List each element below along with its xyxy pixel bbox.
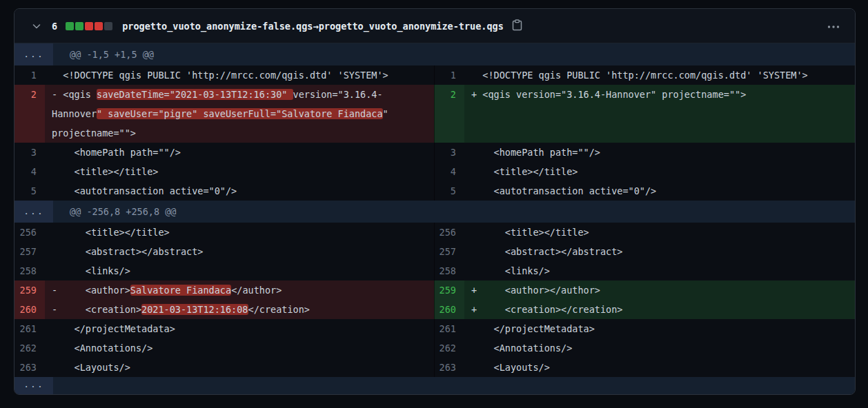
code-cell: - <qgis saveDateTime="2021-03-13T12:16:3… — [45, 85, 434, 143]
changed-word-highlight: " saveUser="pigre" saveUserFull="Salvato… — [97, 108, 383, 119]
line-number[interactable]: 259 — [14, 280, 45, 300]
code-cell: <title></title> — [464, 162, 856, 181]
line-number[interactable]: 263 — [434, 358, 464, 377]
diff-sign: + — [471, 89, 482, 100]
diff-body: ...@@ -1,5 +1,5 @@1 <!DOCTYPE qgis PUBLI… — [14, 43, 855, 394]
diff-sign — [471, 246, 482, 257]
diff-sign — [52, 323, 63, 334]
hunk-header-text: @@ -1,5 +1,5 @@ — [53, 43, 855, 65]
code-cell: <title></title> — [464, 223, 856, 242]
diff-sign: - — [52, 285, 63, 296]
code-cell: <links/> — [464, 261, 856, 280]
diff-sign — [52, 343, 63, 354]
diff-row: 1 <!DOCTYPE qgis PUBLIC 'http://mrcc.com… — [14, 65, 855, 85]
diff-sign — [471, 166, 482, 177]
line-number[interactable]: 258 — [14, 261, 45, 280]
line-number[interactable]: 261 — [14, 319, 45, 338]
line-number[interactable]: 256 — [434, 223, 464, 242]
line-number[interactable]: 1 — [434, 65, 464, 85]
diff-sign: - — [52, 89, 63, 100]
diffstat-block-add — [75, 22, 83, 30]
diff-row: 259- <author>Salvatore Fiandaca</author>… — [14, 280, 855, 300]
line-number[interactable]: 3 — [434, 143, 464, 162]
diff-sign — [471, 70, 482, 81]
line-number[interactable]: 258 — [434, 261, 464, 280]
code-cell: <autotransaction active="0"/> — [45, 181, 434, 201]
diff-sign — [471, 227, 482, 238]
clipboard-icon — [512, 19, 522, 33]
filename-old: progetto_vuoto_anonymize-false.qgs — [122, 21, 313, 32]
code-cell: <Annotations/> — [464, 338, 856, 358]
collapse-chevron-icon[interactable] — [31, 21, 42, 32]
diff-expander[interactable]: ... — [14, 201, 53, 223]
line-number[interactable]: 257 — [434, 242, 464, 261]
code-cell: + <creation></creation> — [464, 300, 856, 319]
line-number[interactable]: 4 — [434, 162, 464, 181]
code-cell: </projectMetadata> — [464, 319, 856, 338]
diff-sign — [52, 265, 63, 276]
expand-footer-row: ... — [14, 377, 855, 394]
line-number[interactable]: 257 — [14, 242, 45, 261]
code-cell: - <author>Salvatore Fiandaca</author> — [45, 280, 434, 300]
diff-sign — [471, 147, 482, 158]
line-number[interactable]: 5 — [434, 181, 464, 201]
diff-row: 256 <title></title>256 <title></title> — [14, 223, 855, 242]
diff-sign — [471, 265, 482, 276]
hunk-header-row: ...@@ -256,8 +256,8 @@ — [14, 201, 855, 223]
diff-sign — [471, 185, 482, 196]
hunk-header-text — [53, 377, 855, 394]
line-number[interactable]: 5 — [14, 181, 45, 201]
code-cell: </projectMetadata> — [45, 319, 434, 338]
hunk-header-row: ...@@ -1,5 +1,5 @@ — [14, 43, 855, 65]
diffstat-blocks — [66, 22, 112, 30]
diff-file-card: 6 progetto_vuoto_anonymize-false.qgs → p… — [14, 8, 856, 395]
line-number[interactable]: 262 — [434, 338, 464, 358]
code-cell: <title></title> — [45, 223, 434, 242]
diff-sign — [471, 362, 482, 373]
diff-row: 258 <links/>258 <links/> — [14, 261, 855, 280]
code-cell: <!DOCTYPE qgis PUBLIC 'http://mrcc.com/q… — [45, 65, 434, 85]
code-cell: <autotransaction active="0"/> — [464, 181, 856, 201]
diff-expander[interactable]: ... — [14, 43, 53, 65]
line-number[interactable]: 2 — [14, 85, 45, 143]
line-number[interactable]: 263 — [14, 358, 45, 377]
file-options-button[interactable] — [827, 21, 840, 31]
line-number[interactable]: 4 — [14, 162, 45, 181]
diffstat-block-del — [85, 22, 93, 30]
changes-count: 6 — [52, 21, 57, 32]
diff-sign — [52, 147, 63, 158]
diff-sign — [52, 70, 63, 81]
diff-sign — [52, 362, 63, 373]
line-number[interactable]: 260 — [434, 300, 464, 319]
code-cell: <Layouts/> — [45, 358, 434, 377]
line-number[interactable]: 1 — [14, 65, 45, 85]
line-number[interactable]: 256 — [14, 223, 45, 242]
filename-new: progetto_vuoto_anonymize-true.qgs — [319, 21, 504, 32]
diff-expander[interactable]: ... — [14, 377, 53, 394]
line-number[interactable]: 259 — [434, 280, 464, 300]
diff-row: 257 <abstract></abstract>257 <abstract><… — [14, 242, 855, 261]
code-cell: <title></title> — [45, 162, 434, 181]
diff-sign — [52, 185, 63, 196]
line-number[interactable]: 260 — [14, 300, 45, 319]
code-cell: + <qgis version="3.16.4-Hannover" projec… — [464, 85, 856, 143]
changed-word-highlight: 2021-03-13T12:16:08 — [141, 304, 248, 315]
code-cell: <links/> — [45, 261, 434, 280]
diff-row: 263 <Layouts/>263 <Layouts/> — [14, 358, 855, 377]
changed-word-highlight: Salvatore Fiandaca — [130, 285, 231, 296]
line-number[interactable]: 3 — [14, 143, 45, 162]
diff-sign — [471, 323, 482, 334]
changed-word-highlight: saveDateTime="2021-03-13T12:16:30" — [97, 89, 293, 100]
kebab-icon — [827, 21, 840, 31]
copy-filename-button[interactable] — [512, 19, 522, 33]
diff-sign: + — [471, 304, 482, 315]
line-number[interactable]: 262 — [14, 338, 45, 358]
file-header: 6 progetto_vuoto_anonymize-false.qgs → p… — [14, 9, 855, 43]
code-cell: <Layouts/> — [464, 358, 856, 377]
code-cell: <abstract></abstract> — [464, 242, 856, 261]
line-number[interactable]: 261 — [434, 319, 464, 338]
rename-arrow: → — [313, 21, 318, 32]
diff-sign — [471, 343, 482, 354]
diff-row: 3 <homePath path=""/>3 <homePath path=""… — [14, 143, 855, 162]
line-number[interactable]: 2 — [434, 85, 464, 143]
